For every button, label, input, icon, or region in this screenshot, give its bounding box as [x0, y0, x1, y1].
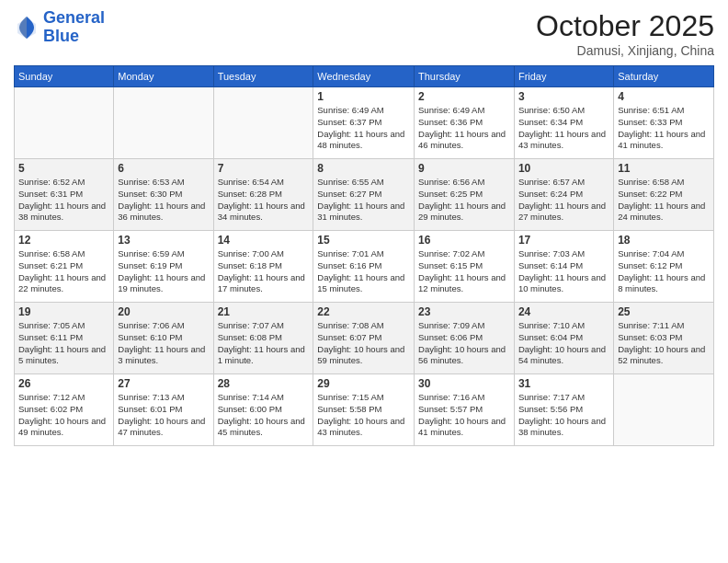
calendar-page: General Blue October 2025 Damusi, Xinjia… — [0, 0, 728, 563]
day-number: 10 — [518, 162, 609, 175]
calendar-cell — [213, 87, 313, 159]
day-number: 18 — [618, 234, 710, 247]
calendar-cell: 20Sunrise: 7:06 AMSunset: 6:10 PMDayligh… — [114, 303, 213, 374]
day-info: Sunrise: 6:57 AMSunset: 6:24 PMDaylight:… — [518, 177, 609, 224]
weekday-header-row: SundayMondayTuesdayWednesdayThursdayFrid… — [15, 66, 714, 87]
calendar-cell: 5Sunrise: 6:52 AMSunset: 6:31 PMDaylight… — [15, 159, 114, 231]
calendar-cell: 6Sunrise: 6:53 AMSunset: 6:30 PMDaylight… — [114, 159, 213, 231]
day-number: 17 — [518, 234, 609, 247]
calendar-cell — [614, 374, 714, 446]
calendar-cell: 30Sunrise: 7:16 AMSunset: 5:57 PMDayligh… — [415, 374, 515, 446]
weekday-header-thursday: Thursday — [415, 66, 515, 87]
day-info: Sunrise: 7:11 AMSunset: 6:03 PMDaylight:… — [618, 320, 710, 367]
day-info: Sunrise: 7:06 AMSunset: 6:10 PMDaylight:… — [118, 320, 209, 367]
day-info: Sunrise: 7:02 AMSunset: 6:15 PMDaylight:… — [418, 248, 510, 295]
day-number: 20 — [118, 305, 209, 318]
calendar-cell: 26Sunrise: 7:12 AMSunset: 6:02 PMDayligh… — [15, 374, 114, 446]
day-info: Sunrise: 7:10 AMSunset: 6:04 PMDaylight:… — [518, 320, 609, 367]
day-info: Sunrise: 6:50 AMSunset: 6:34 PMDaylight:… — [518, 105, 609, 152]
day-info: Sunrise: 6:49 AMSunset: 6:37 PMDaylight:… — [317, 105, 410, 152]
day-info: Sunrise: 7:15 AMSunset: 5:58 PMDaylight:… — [317, 392, 410, 439]
calendar-cell — [114, 87, 213, 159]
day-number: 21 — [218, 305, 310, 318]
weekday-header-saturday: Saturday — [614, 66, 714, 87]
day-info: Sunrise: 7:00 AMSunset: 6:18 PMDaylight:… — [218, 248, 310, 295]
calendar-cell: 25Sunrise: 7:11 AMSunset: 6:03 PMDayligh… — [614, 303, 714, 374]
day-info: Sunrise: 6:56 AMSunset: 6:25 PMDaylight:… — [418, 177, 510, 224]
calendar-cell: 24Sunrise: 7:10 AMSunset: 6:04 PMDayligh… — [514, 303, 613, 374]
weekday-header-friday: Friday — [514, 66, 613, 87]
logo-general: General — [43, 8, 105, 27]
calendar-cell: 3Sunrise: 6:50 AMSunset: 6:34 PMDaylight… — [514, 87, 613, 159]
calendar-cell: 11Sunrise: 6:58 AMSunset: 6:22 PMDayligh… — [614, 159, 714, 231]
logo: General Blue — [14, 9, 105, 46]
day-number: 8 — [317, 162, 410, 175]
day-number: 22 — [317, 305, 410, 318]
day-number: 26 — [18, 377, 109, 390]
weekday-header-sunday: Sunday — [15, 66, 114, 87]
day-info: Sunrise: 7:04 AMSunset: 6:12 PMDaylight:… — [618, 248, 710, 295]
day-info: Sunrise: 6:53 AMSunset: 6:30 PMDaylight:… — [118, 177, 209, 224]
day-info: Sunrise: 6:58 AMSunset: 6:22 PMDaylight:… — [618, 177, 710, 224]
day-info: Sunrise: 6:49 AMSunset: 6:36 PMDaylight:… — [418, 105, 510, 152]
calendar-cell: 23Sunrise: 7:09 AMSunset: 6:06 PMDayligh… — [415, 303, 515, 374]
day-info: Sunrise: 7:01 AMSunset: 6:16 PMDaylight:… — [317, 248, 410, 295]
weekday-header-wednesday: Wednesday — [313, 66, 415, 87]
calendar-cell: 13Sunrise: 6:59 AMSunset: 6:19 PMDayligh… — [114, 231, 213, 303]
day-info: Sunrise: 6:58 AMSunset: 6:21 PMDaylight:… — [18, 248, 109, 295]
day-number: 14 — [218, 234, 310, 247]
calendar-cell: 29Sunrise: 7:15 AMSunset: 5:58 PMDayligh… — [313, 374, 415, 446]
calendar-cell: 18Sunrise: 7:04 AMSunset: 6:12 PMDayligh… — [614, 231, 714, 303]
day-number: 2 — [418, 90, 510, 103]
calendar-cell: 22Sunrise: 7:08 AMSunset: 6:07 PMDayligh… — [313, 303, 415, 374]
day-info: Sunrise: 7:16 AMSunset: 5:57 PMDaylight:… — [418, 392, 510, 439]
week-row-4: 19Sunrise: 7:05 AMSunset: 6:11 PMDayligh… — [15, 303, 714, 374]
calendar-cell: 1Sunrise: 6:49 AMSunset: 6:37 PMDaylight… — [313, 87, 415, 159]
day-number: 23 — [418, 305, 510, 318]
day-info: Sunrise: 7:03 AMSunset: 6:14 PMDaylight:… — [518, 248, 609, 295]
day-info: Sunrise: 6:54 AMSunset: 6:28 PMDaylight:… — [218, 177, 310, 224]
day-number: 6 — [118, 162, 209, 175]
weekday-header-tuesday: Tuesday — [213, 66, 313, 87]
calendar-cell: 28Sunrise: 7:14 AMSunset: 6:00 PMDayligh… — [213, 374, 313, 446]
calendar-cell: 16Sunrise: 7:02 AMSunset: 6:15 PMDayligh… — [415, 231, 515, 303]
day-info: Sunrise: 7:17 AMSunset: 5:56 PMDaylight:… — [518, 392, 609, 439]
day-number: 7 — [218, 162, 310, 175]
day-number: 28 — [218, 377, 310, 390]
day-number: 4 — [618, 90, 710, 103]
day-number: 11 — [618, 162, 710, 175]
day-info: Sunrise: 7:09 AMSunset: 6:06 PMDaylight:… — [418, 320, 510, 367]
weekday-header-monday: Monday — [114, 66, 213, 87]
month-title: October 2025 — [536, 9, 714, 43]
day-number: 31 — [518, 377, 609, 390]
calendar-cell: 7Sunrise: 6:54 AMSunset: 6:28 PMDaylight… — [213, 159, 313, 231]
day-number: 15 — [317, 234, 410, 247]
day-info: Sunrise: 7:07 AMSunset: 6:08 PMDaylight:… — [218, 320, 310, 367]
day-info: Sunrise: 7:05 AMSunset: 6:11 PMDaylight:… — [18, 320, 109, 367]
day-info: Sunrise: 7:13 AMSunset: 6:01 PMDaylight:… — [118, 392, 209, 439]
day-number: 27 — [118, 377, 209, 390]
day-number: 16 — [418, 234, 510, 247]
day-number: 19 — [18, 305, 109, 318]
day-info: Sunrise: 6:51 AMSunset: 6:33 PMDaylight:… — [618, 105, 710, 152]
week-row-1: 1Sunrise: 6:49 AMSunset: 6:37 PMDaylight… — [15, 87, 714, 159]
day-number: 3 — [518, 90, 609, 103]
day-info: Sunrise: 6:55 AMSunset: 6:27 PMDaylight:… — [317, 177, 410, 224]
calendar-cell: 15Sunrise: 7:01 AMSunset: 6:16 PMDayligh… — [313, 231, 415, 303]
day-number: 13 — [118, 234, 209, 247]
day-number: 5 — [18, 162, 109, 175]
calendar-cell: 27Sunrise: 7:13 AMSunset: 6:01 PMDayligh… — [114, 374, 213, 446]
day-number: 29 — [317, 377, 410, 390]
week-row-5: 26Sunrise: 7:12 AMSunset: 6:02 PMDayligh… — [15, 374, 714, 446]
day-info: Sunrise: 7:12 AMSunset: 6:02 PMDaylight:… — [18, 392, 109, 439]
calendar-table: SundayMondayTuesdayWednesdayThursdayFrid… — [14, 65, 714, 446]
day-info: Sunrise: 7:14 AMSunset: 6:00 PMDaylight:… — [218, 392, 310, 439]
calendar-cell — [15, 87, 114, 159]
week-row-2: 5Sunrise: 6:52 AMSunset: 6:31 PMDaylight… — [15, 159, 714, 231]
location: Damusi, Xinjiang, China — [536, 43, 714, 58]
logo-icon — [14, 15, 40, 40]
logo-blue: Blue — [43, 27, 79, 45]
day-number: 1 — [317, 90, 410, 103]
day-number: 24 — [518, 305, 609, 318]
day-number: 30 — [418, 377, 510, 390]
